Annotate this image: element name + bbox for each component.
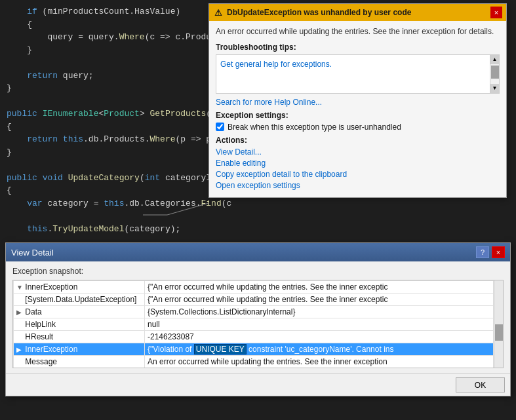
expand-arrow[interactable]: ▶ (16, 309, 23, 316)
table-row-selected[interactable]: ▶ InnerException {"Violation of UNIQUE K… (14, 343, 494, 356)
exception-error-message: An error occurred while updating the ent… (216, 26, 500, 37)
exception-dialog-titlebar: ⚠ DbUpdateException was unhandled by use… (209, 4, 506, 21)
table-scrollbar[interactable] (494, 280, 503, 368)
tips-scrollbar[interactable]: ▲ ▼ (490, 55, 499, 93)
table-row[interactable]: HResult -2146233087 (14, 331, 494, 343)
expand-arrow[interactable]: ▶ (16, 346, 23, 353)
table-row[interactable]: Source System.Data.Entity (14, 368, 494, 369)
view-detail-close-button[interactable]: × (492, 246, 505, 258)
break-checkbox[interactable] (216, 123, 224, 131)
expand-arrow (16, 296, 23, 303)
troubleshooting-label: Troubleshooting tips: (216, 43, 500, 52)
exception-settings-section: Exception settings: Break when this exce… (216, 111, 500, 132)
exception-settings-label: Exception settings: (216, 111, 500, 120)
copy-exception-link[interactable]: Copy exception detail to the clipboard (216, 170, 500, 179)
exception-tree-table: ▼ InnerException {"An error occurred whi… (13, 280, 494, 368)
scroll-thumb (491, 66, 499, 79)
search-online-link[interactable]: Search for more Help Online... (216, 98, 500, 107)
tips-link[interactable]: Get general help for exceptions. (220, 60, 495, 69)
enable-editing-link[interactable]: Enable editing (216, 159, 500, 168)
scroll-up-arrow[interactable]: ▲ (490, 55, 500, 64)
table-scrollbar-thumb (495, 324, 503, 341)
table-row[interactable]: ▶ Data {System.Collections.ListDictionar… (14, 306, 494, 318)
table-row[interactable]: ▼ InnerException {"An error occurred whi… (14, 281, 494, 294)
exception-dialog: ⚠ DbUpdateException was unhandled by use… (208, 3, 507, 198)
warning-icon: ⚠ (213, 7, 224, 18)
view-detail-titlebar: View Detail ? × (6, 243, 510, 261)
table-row[interactable]: Message An error occurred while updating… (14, 356, 494, 368)
view-detail-body: Exception snapshot: ▼ InnerException {"A… (6, 261, 510, 373)
table-row[interactable]: HelpLink null (14, 318, 494, 331)
view-detail-title: View Detail (11, 248, 54, 258)
break-checkbox-row[interactable]: Break when this exception type is user-u… (216, 123, 500, 132)
exception-dialog-body: An error occurred while updating the ent… (209, 21, 506, 197)
break-checkbox-label: Break when this exception type is user-u… (228, 123, 401, 132)
actions-label: Actions: (216, 136, 500, 145)
view-detail-link[interactable]: View Detail... (216, 147, 500, 157)
view-detail-dialog: View Detail ? × Exception snapshot: ▼ In… (5, 242, 511, 396)
view-detail-help-button[interactable]: ? (476, 246, 489, 258)
tips-box: Get general help for exceptions. ▲ ▼ (216, 54, 500, 94)
expand-arrow (16, 321, 23, 328)
exception-dialog-close-button[interactable]: × (490, 7, 502, 18)
open-settings-link[interactable]: Open exception settings (216, 181, 500, 190)
ok-button[interactable]: OK (456, 377, 505, 392)
exception-dialog-title: DbUpdateException was unhandled by user … (227, 8, 411, 17)
expand-arrow (16, 358, 23, 366)
actions-section: Actions: View Detail... Enable editing C… (216, 136, 500, 190)
scroll-down-arrow[interactable]: ▼ (490, 84, 500, 93)
expand-arrow (16, 334, 23, 341)
table-row[interactable]: [System.Data.UpdateException] {"An error… (14, 294, 494, 306)
expand-arrow[interactable]: ▼ (16, 284, 23, 291)
exception-tree-table-wrapper: ▼ InnerException {"An error occurred whi… (12, 280, 504, 368)
snapshot-label: Exception snapshot: (12, 267, 504, 276)
ok-bar: OK (6, 373, 510, 396)
